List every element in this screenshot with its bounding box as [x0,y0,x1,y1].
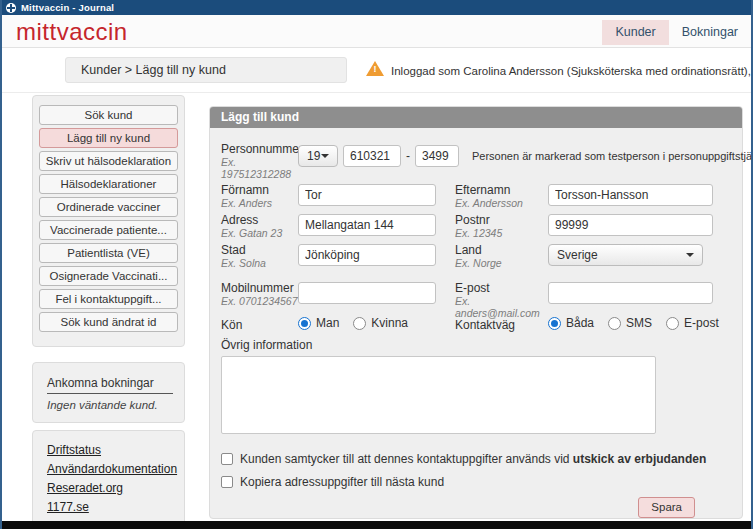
warning-icon [366,61,384,77]
consent-checkbox[interactable] [221,453,233,465]
personnummer-label: Personnummer Ex. 197512312288 [221,143,309,180]
brand-logo: mittvaccin [16,18,128,46]
arrived-bookings-panel: Ankomna bokningar Ingen väntande kund. [32,362,185,423]
personnummer-input[interactable] [343,145,401,167]
efternamn-input[interactable] [548,184,713,206]
kontaktvag-options: Båda SMS E-post [548,316,733,330]
radio-kvinna[interactable] [353,317,366,330]
postnr-label: Postnr Ex. 12345 [455,214,547,239]
sidebar-item-skriv-ut-halsodeklaration[interactable]: Skriv ut hälsodeklaration [39,151,178,171]
link-anvandardokumentation[interactable]: Användardokumentation [47,462,184,476]
arrived-bookings-title: Ankomna bokningar [47,376,173,394]
add-customer-form: Lägg till kund Personnummer Ex. 19751231… [209,106,743,519]
consent-checkbox-row: Kunden samtycker till att dennes kontakt… [221,452,706,466]
radio-epost-label: E-post [684,316,719,330]
link-reseradet[interactable]: Reseradet.org [47,481,184,495]
app-icon [6,3,16,13]
external-links-panel: Driftstatus Användardokumentation Resera… [32,430,185,529]
radio-sms-label: SMS [626,316,652,330]
radio-man[interactable] [298,317,311,330]
link-driftstatus[interactable]: Driftstatus [47,443,184,457]
epost-input[interactable] [548,282,713,304]
link-1177[interactable]: 1177.se [47,500,184,514]
window-titlebar: Mittvaccin - Journal [2,0,751,15]
save-button[interactable]: Spara [638,497,695,518]
chevron-down-icon [686,253,694,257]
radio-epost[interactable] [666,317,679,330]
testperson-note: Personen är markerad som testperson i pe… [472,150,753,162]
land-select[interactable]: Sverige [548,244,703,266]
epost-label: E-post Ex. anders@mail.com [455,282,547,319]
radio-sms[interactable] [608,317,621,330]
sidebar-item-vaccinerade-patienter[interactable]: Vaccinerade patiente... [39,220,178,240]
radio-man-label: Man [316,316,339,330]
radio-bada[interactable] [548,317,561,330]
chevron-down-icon [321,154,329,158]
kontaktvag-label: Kontaktväg [455,318,515,332]
fornamn-input[interactable] [298,184,436,206]
sidebar-item-sok-kund-andrat-id[interactable]: Sök kund ändrat id [39,312,178,332]
century-select[interactable]: 19 [298,145,338,167]
consent-checkbox-label: Kunden samtycker till att dennes kontakt… [240,452,706,466]
login-notice: Inloggad som Carolina Andersson (Sjukskö… [391,65,751,77]
efternamn-label: Efternamn Ex. Andersson [455,184,547,209]
sidebar-item-lagg-till-ny-kund[interactable]: Lägg till ny kund [39,128,178,148]
sidebar-item-patientlista-ve[interactable]: Patientlista (VE) [39,243,178,263]
ovrig-information-label: Övrig information [221,338,312,352]
app-header: mittvaccin Kunder Bokningar [2,15,751,48]
sidebar-nav: Sök kund Lägg till ny kund Skriv ut häls… [32,95,185,347]
sidebar-item-osignerade-vaccinationer[interactable]: Osignerade Vaccinati... [39,266,178,286]
radio-kvinna-label: Kvinna [371,316,408,330]
arrived-bookings-empty: Ingen väntande kund. [47,399,184,411]
stad-label: Stad Ex. Solna [221,244,309,269]
breadcrumb: Kunder > Lägg till ny kund [65,57,347,83]
sidebar-item-ordinerade-vacciner[interactable]: Ordinerade vacciner [39,197,178,217]
sidebar-item-fel-i-kontaktuppgift[interactable]: Fel i kontaktuppgift... [39,289,178,309]
tab-kunder[interactable]: Kunder [602,20,668,45]
ovrig-information-textarea[interactable] [221,356,656,434]
breadcrumb-row: Kunder > Lägg till ny kund Inloggad som … [2,48,751,93]
personnummer-separator: - [406,149,410,163]
fornamn-label: Förnamn Ex. Anders [221,184,309,209]
main-tabs: Kunder Bokningar [602,20,751,45]
kon-options: Man Kvinna [298,316,422,330]
adress-label: Adress Ex. Gatan 23 [221,214,309,239]
mobilnummer-input[interactable] [298,282,436,304]
adress-input[interactable] [298,214,436,236]
postnr-input[interactable] [548,214,713,236]
copy-address-checkbox[interactable] [221,476,233,488]
mobilnummer-label: Mobilnummer Ex. 0701234567 [221,282,309,307]
form-title: Lägg till kund [210,107,742,128]
sidebar-item-halsodeklarationer[interactable]: Hälsodeklarationer [39,174,178,194]
personnummer-suffix-input[interactable] [415,145,459,167]
land-label: Land Ex. Norge [455,244,547,269]
window-title: Mittvaccin - Journal [21,2,114,13]
sidebar-item-sok-kund[interactable]: Sök kund [39,105,178,125]
window-bottom-edge [2,521,751,529]
copy-address-checkbox-label: Kopiera adressuppgifter till nästa kund [240,475,444,489]
app-window: Mittvaccin - Journal mittvaccin Kunder B… [0,0,753,529]
stad-input[interactable] [298,244,436,266]
personnummer-row: 19 - Personen är markerad som testperson… [298,145,753,167]
radio-bada-label: Båda [566,316,594,330]
copy-address-checkbox-row: Kopiera adressuppgifter till nästa kund [221,475,444,489]
tab-bokningar[interactable]: Bokningar [669,20,751,45]
kon-label: Kön [221,318,242,332]
